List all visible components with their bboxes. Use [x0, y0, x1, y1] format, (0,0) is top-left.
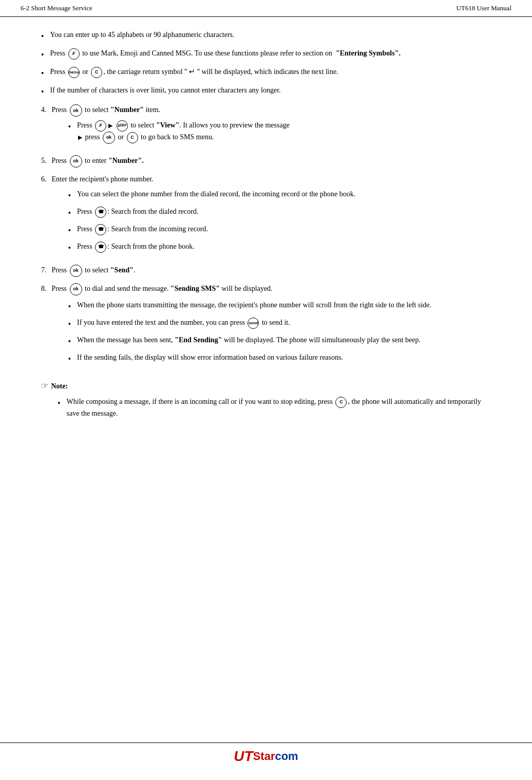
step-6-num: 6. — [41, 174, 47, 258]
bullet-text: Press ☎: Search from the dialed record. — [77, 206, 198, 218]
step-8: 8. Press ok to dial and send the message… — [41, 283, 491, 369]
step-8-num: 8. — [41, 283, 47, 369]
bullet-dot: • — [68, 207, 71, 219]
step-4-sub: • Press F▶ 3DEF to select "View". It all… — [68, 120, 290, 144]
bullet-dot: • — [41, 30, 44, 43]
bullet-dot: • — [68, 121, 71, 133]
bullet-text: Press menu or C, the carriage return sym… — [50, 66, 338, 78]
c-button-icon: C — [91, 67, 102, 78]
bullet-text: If the sending fails, the display will s… — [77, 352, 343, 363]
send-button-icon: send — [248, 318, 259, 329]
list-item: • Press ☎: Search from the phone book. — [68, 241, 356, 254]
step-7: 7. Press ok to select "Send". — [41, 265, 491, 277]
bullet-text: If the number of characters is over limi… — [50, 85, 281, 96]
list-item: • While composing a message, if there is… — [58, 396, 491, 419]
bullet-dot: • — [68, 301, 71, 313]
note-text: While composing a message, if there is a… — [67, 396, 491, 419]
bullet-text: Press ☎: Search from the incoming record… — [77, 224, 208, 235]
bullet-text: You can select the phone number from the… — [77, 189, 355, 199]
intro-bullets: • You can enter up to 45 alphabets or 90… — [41, 29, 491, 98]
list-item: • Press ☎: Search from the dialed record… — [68, 206, 356, 219]
bullet-dot: • — [58, 397, 61, 410]
page-footer: UT Star com — [0, 742, 532, 765]
arrow-icon: ▶ — [108, 121, 112, 130]
c-button-icon: C — [335, 397, 347, 408]
bullet-dot: • — [68, 318, 71, 330]
list-item: • Press menu or C, the carriage return s… — [41, 66, 491, 80]
bullet-text: When the phone starts transmitting the m… — [77, 300, 431, 310]
step-4: 4. Press ok to select "Number" item. • P… — [41, 104, 491, 149]
page-header: 6-2 Short Message Service UT618 User Man… — [0, 0, 532, 17]
list-item: • You can enter up to 45 alphabets or 90… — [41, 29, 491, 43]
header-left: 6-2 Short Message Service — [21, 4, 92, 12]
step-6-content: Enter the recipient's phone number. • Yo… — [52, 174, 356, 258]
list-item: • When the phone starts transmitting the… — [68, 300, 432, 313]
page-content: • You can enter up to 45 alphabets or 90… — [0, 17, 532, 464]
note-section: ☞ Note: • While composing a message, if … — [41, 380, 491, 419]
step-8-content: Press ok to dial and send the message. "… — [52, 283, 432, 369]
list-item: • You can select the phone number from t… — [68, 189, 356, 202]
c1-button-icon: ☎ — [95, 207, 106, 218]
ok-button-icon: ok — [70, 265, 82, 277]
step-4-text: Press ok to select "Number" item. — [52, 106, 161, 114]
footer-logo: UT Star com — [234, 748, 298, 765]
note-label: ☞ Note: — [41, 380, 491, 392]
logo-star: Star — [253, 750, 275, 763]
header-right: UT618 User Manual — [456, 4, 511, 12]
3def-button-icon: 3DEF — [117, 120, 128, 132]
list-item: • If the number of characters is over li… — [41, 85, 491, 98]
c-button-icon: C — [127, 132, 138, 143]
bullet-text: If you have entered the text and the num… — [77, 317, 290, 329]
step-6-sub-list: • You can select the phone number from t… — [68, 189, 356, 254]
bullet-dot: • — [68, 353, 71, 365]
list-item: • If you have entered the text and the n… — [68, 317, 432, 330]
list-item: • Press ☎: Search from the incoming reco… — [68, 224, 356, 237]
list-item: • Press F▶ 3DEF to select "View". It all… — [68, 120, 290, 144]
bullet-dot: • — [68, 336, 71, 348]
f-button-icon: F — [68, 48, 80, 60]
bullet-dot: • — [41, 86, 44, 98]
note-bullets: • While composing a message, if there is… — [58, 396, 491, 419]
step-6: 6. Enter the recipient's phone number. •… — [41, 174, 491, 258]
step-5-text: Press ok to enter "Number". — [52, 155, 144, 168]
arrow-icon: ▶ — [78, 133, 82, 142]
bullet-text: Press F to use Mark, Emoji and Canned MS… — [50, 48, 401, 60]
bullet-text: You can enter up to 45 alphabets or 90 a… — [50, 29, 235, 40]
bullet-text: Press ☎: Search from the phone book. — [77, 241, 195, 253]
ok-button-icon: ok — [70, 283, 82, 295]
logo-ut: UT — [234, 748, 253, 765]
ok-button-icon: ok — [70, 155, 82, 168]
note-symbol: ☞ — [41, 381, 48, 390]
bullet-text: Press F▶ 3DEF to select "View". It allow… — [77, 120, 290, 144]
ok-button-icon: ok — [103, 132, 115, 144]
step-8-text: Press ok to dial and send the message. "… — [52, 285, 273, 292]
bullet-dot: • — [68, 225, 71, 237]
ok-button-icon: ok — [70, 104, 82, 117]
list-item: • When the message has been sent, "End S… — [68, 335, 432, 348]
bullet-dot: • — [41, 67, 44, 80]
step-4-sub-list: • Press F▶ 3DEF to select "View". It all… — [68, 120, 290, 144]
bullet-text: When the message has been sent, "End Sen… — [77, 335, 421, 345]
step-4-content: Press ok to select "Number" item. • Pres… — [52, 104, 290, 149]
c2-button-icon: ☎ — [95, 224, 106, 235]
logo-com: com — [275, 750, 298, 763]
step-4-num: 4. — [41, 104, 47, 149]
step-7-text: Press ok to select "Send". — [52, 265, 136, 277]
list-item: • If the sending fails, the display will… — [68, 352, 432, 365]
f-button-icon: F — [95, 120, 106, 132]
step-5: 5. Press ok to enter "Number". — [41, 155, 491, 168]
bullet-dot: • — [41, 49, 44, 61]
step-6-text: Enter the recipient's phone number. — [52, 175, 154, 183]
menu-button-icon: menu — [68, 67, 80, 78]
step-7-num: 7. — [41, 265, 47, 277]
step-8-sub-list: • When the phone starts transmitting the… — [68, 300, 432, 365]
list-item: • Press F to use Mark, Emoji and Canned … — [41, 48, 491, 61]
step-5-num: 5. — [41, 155, 47, 168]
bullet-dot: • — [68, 242, 71, 254]
c3-button-icon: ☎ — [95, 242, 106, 253]
bullet-dot: • — [68, 190, 71, 202]
